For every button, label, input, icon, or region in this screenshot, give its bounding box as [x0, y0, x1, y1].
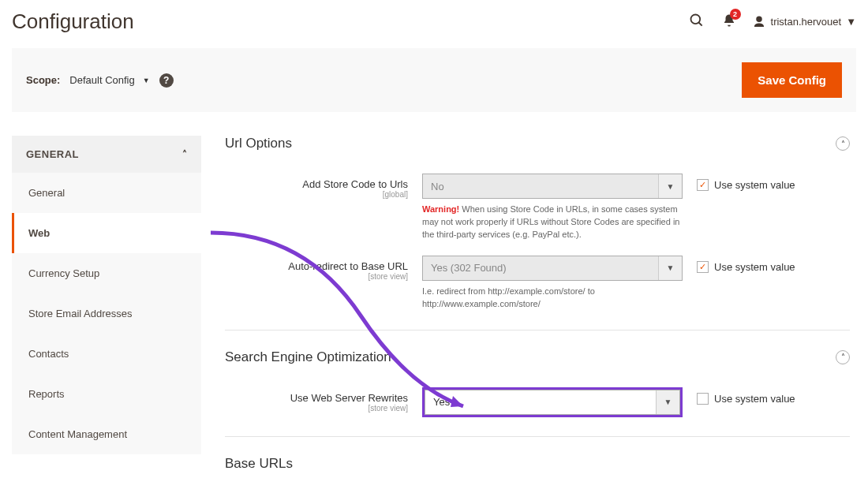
- page-title: Configuration: [12, 9, 134, 34]
- notifications-icon[interactable]: 2: [720, 12, 738, 32]
- search-icon[interactable]: [687, 11, 706, 32]
- use-system-checkbox[interactable]: [697, 393, 709, 405]
- collapse-icon[interactable]: ˄: [836, 136, 850, 151]
- sidebar: GENERAL ˄ General Web Currency Setup Sto…: [12, 136, 201, 472]
- sidebar-item-contacts[interactable]: Contacts: [12, 334, 201, 374]
- scope-bar: Scope: Default Config ▼ ? Save Config: [12, 48, 856, 112]
- section-title-text: Search Engine Optimization: [225, 349, 391, 365]
- field-label: Auto-redirect to Base URL: [288, 260, 408, 272]
- field-label: Add Store Code to Urls: [302, 178, 408, 190]
- rewrites-select[interactable]: Yes ▼: [425, 390, 680, 415]
- section-seo-header[interactable]: Search Engine Optimization ˄: [225, 349, 850, 365]
- sidebar-item-web[interactable]: Web: [12, 213, 201, 253]
- sidebar-item-content-mgmt[interactable]: Content Management: [12, 414, 201, 454]
- section-title-text: Base URLs: [225, 456, 293, 472]
- field-note: I.e. redirect from http://example.com/st…: [422, 286, 683, 311]
- chevron-down-icon: ▼: [846, 16, 856, 28]
- field-web-server-rewrites: Use Web Server Rewrites [store view] Yes…: [225, 387, 850, 417]
- section-url-options-header[interactable]: Url Options ˄: [225, 136, 850, 151]
- sidebar-item-general[interactable]: General: [12, 173, 201, 213]
- chevron-down-icon: ▼: [656, 390, 679, 414]
- sidebar-item-reports[interactable]: Reports: [12, 374, 201, 414]
- highlight-annotation: Yes ▼: [422, 387, 683, 417]
- auto-redirect-select: Yes (302 Found) ▼: [422, 256, 683, 281]
- field-scope: [store view]: [225, 404, 408, 413]
- chevron-down-icon: ▼: [658, 174, 682, 198]
- svg-line-1: [698, 23, 702, 26]
- chevron-down-icon: ▼: [658, 256, 682, 280]
- page-header: Configuration 2 tristan.hervouet ▼: [12, 0, 856, 48]
- sidebar-item-currency-setup[interactable]: Currency Setup: [12, 253, 201, 293]
- section-title-text: Url Options: [225, 136, 292, 151]
- svg-point-0: [690, 15, 700, 24]
- divider: [225, 436, 850, 437]
- scope-value: Default Config: [69, 74, 134, 86]
- user-menu[interactable]: tristan.hervouet ▼: [752, 15, 856, 29]
- field-scope: [store view]: [225, 272, 408, 281]
- chevron-up-icon: ˄: [182, 149, 188, 160]
- notification-badge: 2: [730, 9, 741, 20]
- main-panel: Url Options ˄ Add Store Code to Urls [gl…: [225, 136, 856, 472]
- sidebar-section-label: GENERAL: [26, 148, 79, 160]
- collapse-icon[interactable]: ˄: [836, 350, 850, 364]
- field-scope: [global]: [225, 190, 408, 199]
- help-icon[interactable]: ?: [159, 73, 174, 88]
- scope-label: Scope:: [26, 74, 60, 86]
- field-note: Warning! When using Store Code in URLs, …: [422, 204, 683, 241]
- use-system-checkbox[interactable]: ✓: [697, 261, 709, 273]
- save-config-button[interactable]: Save Config: [742, 62, 842, 98]
- scope-select[interactable]: Default Config ▼: [69, 74, 149, 86]
- use-system-label: Use system value: [714, 179, 795, 191]
- field-label: Use Web Server Rewrites: [290, 392, 408, 404]
- divider: [225, 330, 850, 330]
- store-code-select: No ▼: [422, 174, 683, 199]
- chevron-down-icon: ▼: [143, 77, 150, 84]
- use-system-checkbox[interactable]: ✓: [697, 179, 709, 191]
- field-auto-redirect: Auto-redirect to Base URL [store view] Y…: [225, 256, 850, 311]
- field-add-store-code: Add Store Code to Urls [global] No ▼ War…: [225, 174, 850, 241]
- sidebar-section-general[interactable]: GENERAL ˄: [12, 136, 201, 173]
- user-name: tristan.hervouet: [771, 16, 842, 28]
- sidebar-item-store-email[interactable]: Store Email Addresses: [12, 293, 201, 334]
- use-system-label: Use system value: [714, 261, 795, 273]
- use-system-label: Use system value: [714, 393, 795, 405]
- user-icon: [752, 15, 766, 29]
- section-base-urls-header[interactable]: Base URLs: [225, 456, 850, 472]
